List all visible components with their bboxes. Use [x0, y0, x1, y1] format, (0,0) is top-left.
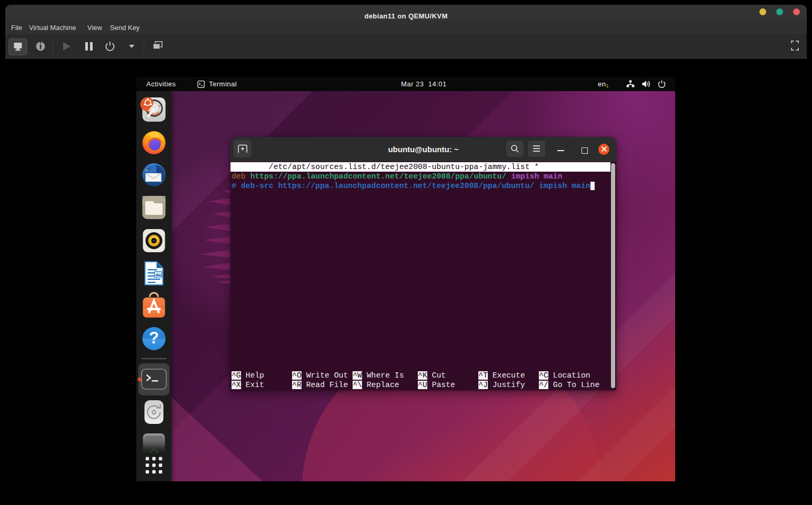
svg-text:?: ? — [149, 329, 159, 347]
